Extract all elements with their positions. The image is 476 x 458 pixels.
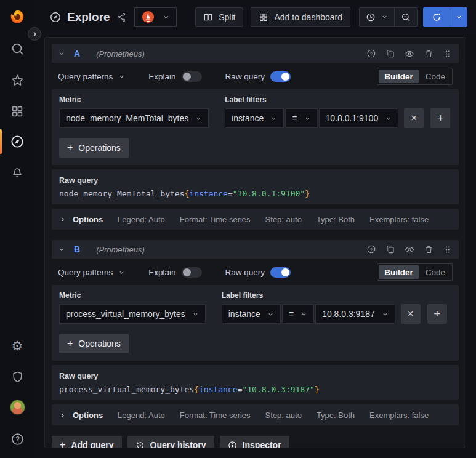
raw-query-toggle[interactable] [270, 71, 291, 82]
metric-field: Metric node_memory_MemTotal_bytes [59, 95, 209, 128]
promql-brace: } [305, 189, 310, 198]
drag-handle-icon[interactable] [443, 244, 453, 254]
collapse-icon[interactable] [58, 246, 65, 253]
remove-filter-button[interactable]: × [401, 304, 421, 324]
compass-icon [9, 134, 25, 150]
sidebar-item-search[interactable] [0, 41, 34, 57]
editor-mode-group: Builder Code [377, 68, 453, 85]
builder-mode-button[interactable]: Builder [379, 265, 419, 279]
sidebar-item-alerting[interactable] [0, 164, 34, 180]
raw-query-panel: Raw query process_virtual_memory_bytes{i… [52, 365, 459, 400]
sidebar-item-explore[interactable] [0, 134, 34, 150]
metric-select[interactable]: process_virtual_memory_bytes [59, 304, 206, 324]
promql-equals: = [228, 189, 233, 198]
run-query-button[interactable] [423, 7, 450, 27]
query-history-button[interactable]: Query history [127, 436, 214, 448]
query-history-label: Query history [150, 440, 206, 448]
share-icon[interactable] [116, 12, 126, 22]
code-mode-button[interactable]: Code [420, 265, 451, 279]
remove-filter-button[interactable]: × [404, 108, 424, 128]
query-a-header[interactable]: A (Prometheus) ? [52, 44, 459, 63]
explore-compass-icon [49, 11, 62, 23]
chevron-down-icon [304, 115, 311, 122]
add-operations-button[interactable]: + Operations [59, 334, 129, 353]
code-mode-button[interactable]: Code [420, 70, 451, 83]
filter-label-select[interactable]: instance [225, 108, 284, 128]
zoom-out-button[interactable] [395, 8, 417, 26]
time-picker-button[interactable] [360, 8, 394, 26]
query-patterns-dropdown[interactable]: Query patterns [58, 268, 125, 277]
filter-label-select[interactable]: instance [222, 304, 281, 324]
time-picker-group [359, 7, 418, 27]
add-operations-button[interactable]: + Operations [59, 138, 129, 158]
run-query-interval-button[interactable] [450, 7, 467, 27]
sidebar-expand-button[interactable] [28, 27, 41, 41]
explain-toggle[interactable] [182, 71, 202, 82]
add-to-dashboard-button[interactable]: Add to dashboard [251, 7, 350, 27]
sidebar-item-help[interactable]: ? [0, 431, 34, 447]
delete-query-trash-icon[interactable] [424, 49, 434, 58]
svg-text:?: ? [15, 435, 20, 443]
query-builder-panel: Metric process_virtual_memory_bytes Labe… [52, 285, 459, 361]
metric-label: Metric [59, 95, 209, 104]
filter-operator-select[interactable]: = [285, 108, 317, 128]
query-help-icon[interactable]: ? [366, 244, 376, 254]
explain-toggle[interactable] [182, 267, 202, 278]
sidebar-item-starred[interactable] [0, 72, 34, 88]
filter-label-value: instance [228, 309, 260, 319]
query-options-toolbar: Query patterns Explain Raw query Builder… [52, 63, 459, 89]
option-type: Type: Both [317, 215, 355, 224]
query-row-b: B (Prometheus) ? [52, 240, 459, 425]
builder-mode-button[interactable]: Builder [379, 70, 419, 83]
filter-value: 10.8.0.3:9187 [322, 309, 375, 319]
query-help-icon[interactable]: ? [366, 49, 376, 58]
info-circle-icon [228, 441, 237, 449]
raw-query-toggle[interactable] [270, 267, 291, 278]
toggle-knob [183, 73, 191, 81]
delete-query-trash-icon[interactable] [424, 244, 434, 254]
duplicate-query-icon[interactable] [385, 244, 395, 254]
sidebar-item-server-admin[interactable] [0, 369, 34, 385]
raw-query-panel: Raw query node_memory_MemTotal_bytes{ins… [52, 169, 459, 204]
query-options-toolbar: Query patterns Explain Raw query Builder… [52, 259, 459, 285]
help-icon: ? [9, 431, 25, 447]
clock-icon [366, 12, 376, 22]
sidebar-item-profile[interactable] [0, 399, 34, 415]
options-toggle[interactable]: Options [59, 411, 103, 420]
disable-query-eye-icon[interactable] [405, 49, 414, 58]
chevron-right-icon [31, 31, 38, 38]
split-button[interactable]: Split [195, 7, 243, 27]
duplicate-query-icon[interactable] [385, 49, 395, 58]
inspector-button[interactable]: Inspector [220, 436, 289, 448]
grafana-logo-icon [9, 9, 25, 25]
query-b-header[interactable]: B (Prometheus) ? [52, 240, 459, 259]
options-toggle[interactable]: Options [59, 215, 103, 224]
add-to-dashboard-label: Add to dashboard [274, 12, 342, 22]
add-filter-button[interactable]: + [427, 304, 447, 324]
sidebar-item-configuration[interactable]: ⚙ [0, 338, 34, 354]
query-patterns-dropdown[interactable]: Query patterns [58, 72, 125, 81]
disable-query-eye-icon[interactable] [405, 244, 414, 254]
promql-expression: node_memory_MemTotal_bytes{instance="10.… [59, 189, 451, 198]
option-step: Step: auto [265, 411, 302, 420]
sidebar-item-dashboards[interactable] [0, 103, 34, 119]
option-format: Format: Time series [180, 411, 251, 420]
drag-handle-icon[interactable] [443, 49, 453, 58]
filter-value-select[interactable]: 10.8.0.1:9100 [319, 108, 399, 128]
filter-operator-select[interactable]: = [282, 304, 314, 324]
metric-select[interactable]: node_memory_MemTotal_bytes [59, 108, 209, 128]
add-query-button[interactable]: + Add query [52, 436, 122, 448]
split-icon [203, 12, 213, 22]
query-datasource-hint: (Prometheus) [96, 245, 145, 254]
filter-value-select[interactable]: 10.8.0.3:9187 [315, 304, 395, 324]
option-legend: Legend: Auto [118, 411, 165, 420]
collapse-icon[interactable] [58, 50, 65, 57]
sidebar-item-home[interactable] [0, 9, 34, 25]
option-exemplars: Exemplars: false [369, 411, 429, 420]
datasource-picker[interactable] [134, 7, 177, 27]
query-refid: A [74, 49, 80, 58]
chevron-down-icon [192, 311, 199, 318]
chevron-down-icon [270, 115, 277, 122]
editor-mode-group: Builder Code [377, 263, 453, 281]
add-filter-button[interactable]: + [430, 108, 450, 128]
